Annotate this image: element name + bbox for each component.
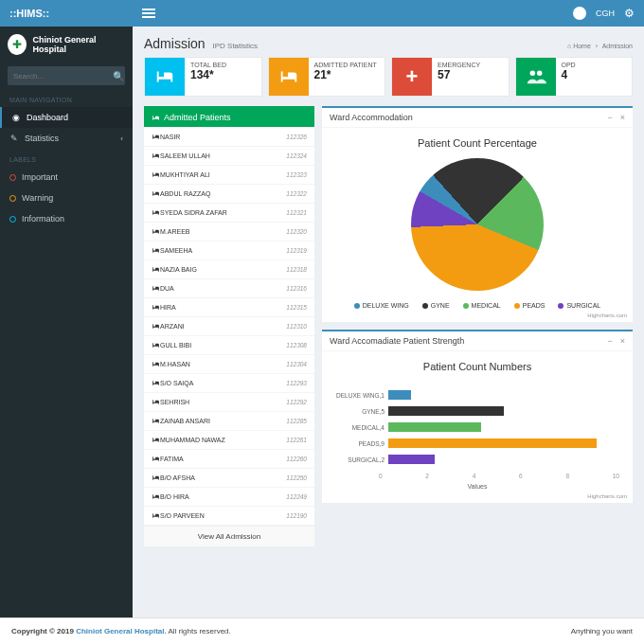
footer: Copyright © 2019 Chiniot General Hospita… (0, 617, 644, 644)
bed-icon (152, 511, 160, 520)
user-short[interactable]: CGH (596, 9, 615, 18)
bed-icon (152, 360, 160, 368)
patient-row[interactable]: S/O SAIQA112293 (144, 374, 314, 393)
search-input[interactable] (13, 72, 113, 80)
patient-row[interactable]: M.HASAN112304 (144, 355, 314, 374)
pie-chart (411, 158, 544, 291)
bed-icon (152, 417, 160, 425)
bed-icon (152, 398, 160, 406)
patient-row[interactable]: ARZANI112310 (144, 317, 314, 336)
user-avatar-icon[interactable] (573, 7, 586, 20)
patient-row[interactable]: MUKHTIYAR ALI112323 (144, 166, 314, 185)
svg-point-0 (529, 71, 535, 77)
bed-icon (152, 455, 160, 463)
stat-opd[interactable]: OPD4 (515, 57, 634, 97)
patient-row[interactable]: ABDUL RAZZAQ112322 (144, 185, 314, 204)
bed-icon (152, 152, 160, 160)
close-icon[interactable]: × (620, 336, 625, 346)
dot-orange-icon (9, 195, 16, 202)
hospital-logo-icon: ✚ (8, 34, 27, 55)
bar-xlabel: Values (322, 479, 633, 492)
legend-item[interactable]: GYNE (422, 302, 450, 309)
brand[interactable]: ::HIMS:: (0, 0, 133, 27)
bed-icon (152, 436, 160, 444)
sidebar-search[interactable]: 🔍 (8, 66, 125, 85)
bed-icon (152, 303, 160, 312)
pie-legend: DELUXE WINGGYNEMEDICALPEADSSURGICAL (322, 298, 633, 311)
nav-header-labels: LABELS (0, 149, 133, 167)
legend-item[interactable]: SURGICAL (558, 302, 600, 309)
chart-credits[interactable]: Highcharts.com (322, 492, 633, 503)
patient-row[interactable]: SALEEM ULLAH112324 (144, 147, 314, 166)
patient-row[interactable]: M.AREEB112320 (144, 223, 314, 242)
dashboard-icon: ◉ (11, 113, 21, 122)
patient-row[interactable]: SEHRISH112292 (144, 393, 314, 412)
patient-row[interactable]: SYEDA SIDRA ZAFAR112321 (144, 204, 314, 223)
admitted-patients-box: Admitted Patients NASIR112326SALEEM ULLA… (144, 106, 314, 546)
bed-icon (152, 189, 160, 198)
legend-item[interactable]: PEADS (514, 302, 546, 309)
breadcrumb-current: Admission (602, 43, 633, 49)
bed-icon (152, 265, 160, 274)
patient-row[interactable]: HIRA112315 (144, 298, 314, 317)
patient-row[interactable]: B/O HIRA112249 (144, 488, 314, 507)
label-information[interactable]: Information (0, 208, 133, 229)
content-header: Admission IPD Statistics ⌂ Home › Admiss… (133, 27, 644, 57)
label-warning[interactable]: Warning (0, 188, 133, 208)
bar-row: SURGICAL,2 (335, 455, 619, 464)
chart-credits[interactable]: Highcharts.com (322, 311, 633, 322)
bed-icon (152, 246, 160, 255)
breadcrumb-home[interactable]: Home (573, 43, 591, 49)
patient-row[interactable]: B/O AFSHA112250 (144, 469, 314, 488)
dot-blue-icon (9, 216, 16, 223)
settings-gear-icon[interactable]: ⚙ (624, 7, 635, 20)
patient-row[interactable]: MUHAMMAD NAWAZ112261 (144, 431, 314, 450)
chevron-left-icon: ‹ (120, 134, 123, 143)
nav-header-main: MAIN NAVIGATION (0, 89, 133, 107)
search-icon[interactable]: 🔍 (113, 71, 124, 81)
collapse-icon[interactable]: − (607, 336, 612, 346)
patient-row[interactable]: NASIR112326 (144, 128, 314, 147)
bed-icon (152, 170, 160, 179)
bar-row: DELUXE WING,1 (335, 390, 619, 400)
bed-icon (152, 227, 160, 236)
nav-statistics[interactable]: ✎ Statistics ‹ (0, 128, 133, 149)
stat-total-bed[interactable]: TOTAL BED134* (144, 57, 262, 97)
bed-icon (145, 58, 185, 96)
patient-row[interactable]: SAMEEHA112319 (144, 242, 314, 260)
footer-company-link[interactable]: Chiniot General Hospital. (76, 627, 167, 635)
bed-icon (269, 58, 309, 96)
legend-item[interactable]: MEDICAL (463, 302, 501, 309)
patient-row[interactable]: ZAINAB ANSARI112285 (144, 412, 314, 431)
svg-point-1 (536, 71, 542, 77)
label-important[interactable]: Important (0, 167, 133, 188)
bed-icon (152, 284, 160, 293)
close-icon[interactable]: × (620, 113, 625, 122)
patient-row[interactable]: S/O PARVEEN112190 (144, 507, 314, 526)
legend-item[interactable]: DELUXE WING (354, 302, 409, 309)
patient-row[interactable]: FATIMA112260 (144, 450, 314, 469)
view-all-admission-button[interactable]: View All Admission (144, 526, 314, 546)
breadcrumb: ⌂ Home › Admission (567, 43, 633, 49)
stat-admitted[interactable]: ADMITTED PATIENT21* (268, 57, 386, 97)
bar-title: Patient Count Numbers (322, 351, 633, 378)
bar-row: MEDICAL,4 (335, 422, 619, 432)
patient-row[interactable]: GULL BIBI112308 (144, 336, 314, 355)
footer-right: Anything you want (571, 627, 633, 635)
dot-red-icon (9, 174, 16, 181)
sidebar-toggle[interactable] (142, 7, 155, 20)
content: Admission IPD Statistics ⌂ Home › Admiss… (133, 27, 644, 617)
collapse-icon[interactable]: − (607, 113, 612, 122)
bar-row: PEADS,9 (335, 438, 619, 448)
nav-dashboard[interactable]: ◉ Dashboard (0, 107, 133, 128)
plus-icon: + (392, 58, 432, 96)
statistics-icon: ✎ (9, 134, 19, 143)
sidebar-user[interactable]: ✚ Chiniot General Hospital (0, 27, 133, 63)
patient-row[interactable]: DUA112316 (144, 279, 314, 298)
home-icon[interactable]: ⌂ (567, 43, 571, 49)
ward-accommodation-box: Ward Accommodation −× Patient Count Perc… (322, 106, 633, 322)
stat-emergency[interactable]: + EMERGENCY57 (391, 57, 510, 97)
bar-xaxis: 0246810 (379, 471, 633, 479)
patient-row[interactable]: NAZIA BAIG112318 (144, 260, 314, 279)
bed-icon (152, 133, 160, 141)
